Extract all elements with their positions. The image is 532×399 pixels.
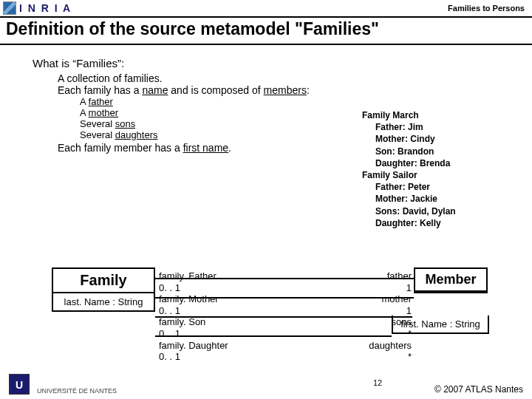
family-attr: Daughter: Kelly [375, 217, 488, 229]
uml-mult: 0. . 1 [159, 282, 228, 294]
sub-line: A father [80, 96, 508, 107]
inria-logo: I N R I A [3, 1, 72, 15]
underline: mother [89, 107, 118, 118]
uml-role: daughters [344, 340, 412, 352]
family-attr: Daughter: Brenda [375, 157, 488, 169]
slide-title: Definition of the source metamodel "Fami… [0, 18, 532, 44]
family-attr: Sons: David, Dylan [375, 205, 488, 217]
line: Each family has a name and is composed o… [58, 84, 508, 96]
uml-role: mother [344, 293, 412, 305]
uml-role: sons [344, 316, 412, 328]
uml-class-name: Member [415, 269, 486, 292]
text: A [80, 96, 89, 107]
footer: U UNIVERSITÉ DE NANTES 12 © 2007 ATLAS N… [0, 374, 532, 395]
uml-role: family. Daughter [159, 340, 228, 352]
university-logo-icon: U [9, 374, 30, 395]
page-number: 12 [373, 378, 382, 387]
underline: members [264, 84, 307, 96]
uml-class-family: Family last. Name : String [52, 267, 155, 312]
family-attr: Father: Peter [375, 181, 488, 193]
uml-role: family. Father [159, 270, 228, 282]
university-name: UNIVERSITÉ DE NANTES [37, 387, 117, 395]
uml-role: family. Mother [159, 293, 228, 305]
family-name: Family March [362, 109, 488, 121]
text: . [228, 142, 231, 154]
text: Each family has a [58, 84, 142, 96]
header-subtitle: Families to Persons [448, 4, 525, 13]
text: Each family member has a [58, 142, 183, 154]
header-bar: I N R I A Families to Persons [0, 0, 532, 15]
underline: daughters [115, 129, 158, 140]
uml-mult: 1 [344, 305, 412, 317]
inria-logo-icon [3, 1, 16, 15]
family-name: Family Sailor [362, 169, 488, 181]
text: Several [80, 118, 115, 129]
uml-mult: 0. . 1 [159, 305, 228, 317]
uml-mult: 0. . 1 [159, 328, 228, 340]
text: and is composed of [168, 84, 263, 96]
text: Several [80, 129, 115, 140]
uml-role: father [344, 270, 412, 282]
text: A [80, 107, 89, 118]
underline: first name [183, 142, 228, 154]
footer-left: U UNIVERSITÉ DE NANTES [9, 374, 117, 395]
uml-roles-left: family. Father 0. . 1 family. Mother 0. … [159, 270, 228, 363]
uml-roles-right: father 1 mother 1 sons * daughters * [344, 270, 412, 363]
uml-mult: 1 [344, 282, 412, 294]
uml-class-attr: last. Name : String [53, 293, 154, 310]
family-attr: Father: Jim [375, 121, 488, 133]
example-block: Family March Father: Jim Mother: Cindy S… [362, 109, 488, 229]
uml-mult: * [344, 351, 412, 363]
text: : [307, 84, 310, 96]
uml-class-member: Member [414, 267, 488, 293]
inria-logo-text: I N R I A [19, 2, 72, 14]
family-attr: Mother: Cindy [375, 133, 488, 145]
uml-mult: * [344, 328, 412, 340]
uml-diagram: Family last. Name : String Member first.… [52, 267, 488, 356]
family-attr: Mother: Jackie [375, 193, 488, 205]
underline: name [142, 84, 168, 96]
copyright: © 2007 ATLAS Nantes [434, 384, 523, 395]
question: What is “Families”: [33, 57, 508, 69]
family-attr: Son: Brandon [375, 146, 488, 157]
underline: father [89, 96, 113, 107]
underline: sons [115, 118, 135, 129]
uml-class-name: Family [53, 269, 154, 293]
uml-mult: 0. . 1 [159, 351, 228, 363]
uml-role: family. Son [159, 316, 228, 328]
line: A collection of families. [58, 72, 508, 84]
